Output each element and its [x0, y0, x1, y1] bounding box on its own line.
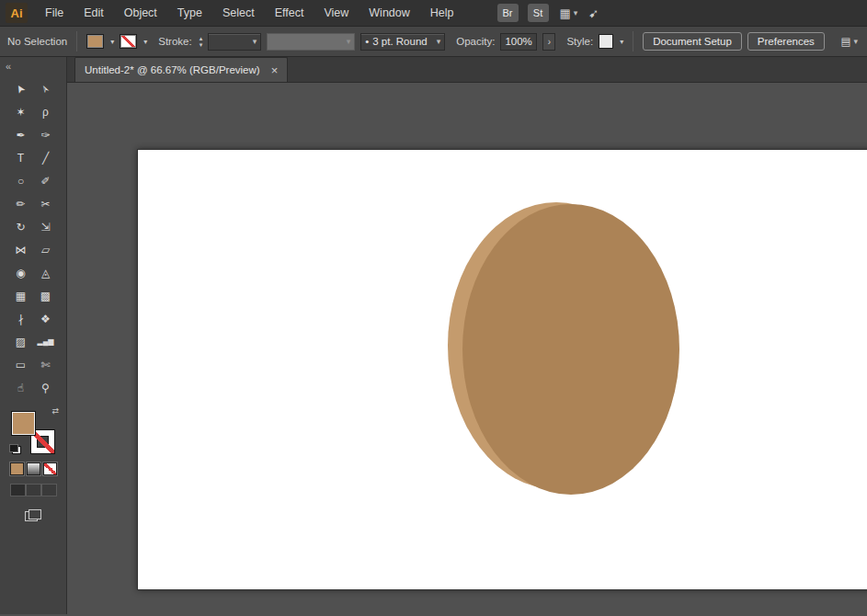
gradient-button[interactable]: [27, 462, 40, 475]
symbol-sprayer-tool-icon: ▨: [16, 336, 26, 348]
collapse-left-icon: «: [6, 61, 11, 72]
stepper-down-icon[interactable]: ▾: [200, 41, 203, 48]
artboard-tool-icon: ▭: [16, 359, 26, 371]
document-setup-button[interactable]: Document Setup: [643, 32, 742, 51]
draw-inside-button[interactable]: [41, 484, 57, 496]
direct-selection-tool[interactable]: ➢: [34, 78, 57, 99]
pencil-tool[interactable]: ✏: [9, 193, 32, 214]
direct-selection-tool-icon: ➢: [38, 82, 53, 97]
slice-tool[interactable]: ✄: [34, 354, 57, 375]
fill-stroke-widget: ⇄: [9, 408, 57, 454]
selection-tool[interactable]: ➤: [9, 78, 32, 99]
menu-edit[interactable]: Edit: [74, 0, 114, 27]
menu-window[interactable]: Window: [359, 0, 419, 27]
lasso-tool[interactable]: ρ: [34, 101, 57, 122]
none-button[interactable]: [43, 462, 57, 475]
scissors-tool-icon: ✂: [40, 198, 50, 211]
rotate-tool-icon: ↻: [16, 221, 25, 234]
artboard-tool[interactable]: ▭: [9, 354, 32, 375]
draw-behind-button[interactable]: [26, 484, 41, 496]
draw-normal-button[interactable]: [10, 484, 26, 496]
symbol-sprayer-tool[interactable]: ▨: [9, 331, 32, 352]
menu-effect[interactable]: Effect: [265, 0, 314, 27]
close-icon[interactable]: ×: [271, 64, 279, 76]
arrange-documents-control[interactable]: ▦ ▾: [560, 6, 578, 20]
eyedropper-tool[interactable]: ∤: [9, 308, 32, 329]
hand-tool-icon: ☝: [17, 382, 24, 394]
shape-builder-tool[interactable]: ◉: [9, 262, 32, 283]
stroke-weight-dropdown[interactable]: ▾: [208, 33, 261, 51]
menu-bar: Ai File Edit Object Type Select Effect V…: [0, 0, 867, 27]
line-segment-tool[interactable]: ╱: [34, 147, 57, 168]
chevron-right-icon: ›: [548, 37, 551, 47]
opacity-popup-button[interactable]: ›: [542, 33, 555, 51]
stroke-chevron-down-icon[interactable]: ▾: [143, 38, 147, 46]
fill-color-swatch[interactable]: [86, 34, 104, 49]
column-graph-tool-icon: ▂▄▆: [38, 337, 54, 346]
chevron-down-icon: ▾: [853, 37, 858, 46]
panel-icon: ▤: [841, 35, 851, 48]
mesh-tool[interactable]: ▦: [9, 285, 32, 306]
menu-object[interactable]: Object: [114, 0, 167, 27]
chevron-down-icon: ▾: [347, 37, 351, 46]
stroke-label: Stroke:: [158, 36, 191, 47]
swap-fill-stroke-icon[interactable]: ⇄: [51, 406, 59, 416]
stroke-color-swatch[interactable]: [120, 34, 137, 49]
brush-definition-dropdown[interactable]: • 3 pt. Round ▾: [360, 33, 445, 51]
scale-tool-icon: ⇲: [40, 221, 50, 234]
stroke-weight-stepper[interactable]: ▴ ▾: [200, 35, 203, 48]
canvas[interactable]: [67, 83, 867, 614]
blend-tool[interactable]: ❖: [34, 308, 57, 329]
menu-help[interactable]: Help: [420, 0, 464, 27]
magic-wand-tool[interactable]: ✶: [9, 101, 32, 122]
preferences-button[interactable]: Preferences: [747, 32, 825, 51]
default-fill-stroke-icon[interactable]: [9, 444, 21, 454]
hand-tool[interactable]: ☝: [9, 377, 32, 398]
menu-type[interactable]: Type: [167, 0, 212, 27]
ellipse-shape-front[interactable]: [462, 204, 679, 495]
document-tab[interactable]: Untitled-2* @ 66.67% (RGB/Preview) ×: [74, 57, 288, 82]
bridge-button[interactable]: Br: [497, 4, 519, 22]
brush-name: 3 pt. Round: [372, 36, 427, 47]
column-graph-tool[interactable]: ▂▄▆: [34, 331, 57, 352]
fill-chevron-down-icon[interactable]: ▾: [110, 38, 114, 46]
style-label: Style:: [566, 36, 593, 47]
pen-tool-icon: ✒: [16, 129, 25, 142]
scissors-tool[interactable]: ✂: [34, 193, 57, 214]
perspective-grid-tool-icon: ◬: [41, 267, 50, 279]
curvature-tool[interactable]: ✑: [34, 124, 57, 145]
style-chevron-down-icon[interactable]: ▾: [620, 38, 623, 46]
fill-color-box[interactable]: [11, 411, 36, 436]
color-button[interactable]: [10, 462, 24, 475]
type-tool[interactable]: T: [9, 147, 32, 168]
perspective-grid-tool[interactable]: ◬: [34, 262, 57, 283]
scale-tool[interactable]: ⇲: [34, 216, 57, 237]
eyedropper-tool-icon: ∤: [18, 313, 24, 325]
control-bar: No Selection ▾ ▾ Stroke: ▴ ▾ ▾ ▾ • 3 pt.…: [0, 27, 867, 57]
artboard[interactable]: [137, 149, 867, 590]
zoom-tool[interactable]: ⚲: [34, 377, 57, 398]
menu-select[interactable]: Select: [212, 0, 265, 27]
pen-tool[interactable]: ✒: [9, 124, 32, 145]
menu-view[interactable]: View: [314, 0, 359, 27]
zoom-tool-icon: ⚲: [41, 382, 50, 394]
gradient-tool[interactable]: ▩: [34, 285, 57, 306]
opacity-input[interactable]: [500, 33, 537, 51]
rotate-tool[interactable]: ↻: [9, 216, 32, 237]
control-panel-menu[interactable]: ▤ ▾: [841, 35, 860, 48]
selection-status: No Selection: [7, 36, 67, 47]
change-screen-mode-button[interactable]: [25, 509, 41, 521]
menu-file[interactable]: File: [35, 0, 74, 27]
width-tool[interactable]: ⋈: [9, 239, 32, 260]
color-type-row: [8, 462, 58, 475]
stepper-up-icon[interactable]: ▴: [200, 35, 203, 41]
toolbar-collapse-button[interactable]: «: [0, 57, 66, 72]
gpu-performance-button[interactable]: ➹: [588, 6, 599, 20]
curvature-tool-icon: ✑: [40, 129, 50, 142]
ellipse-tool[interactable]: ○: [9, 170, 32, 191]
paintbrush-tool[interactable]: ✐: [34, 170, 57, 191]
free-transform-tool[interactable]: ▱: [34, 239, 57, 260]
stock-button[interactable]: St: [528, 4, 549, 22]
style-thumbnail[interactable]: [599, 34, 613, 49]
slice-tool-icon: ✄: [40, 359, 50, 371]
